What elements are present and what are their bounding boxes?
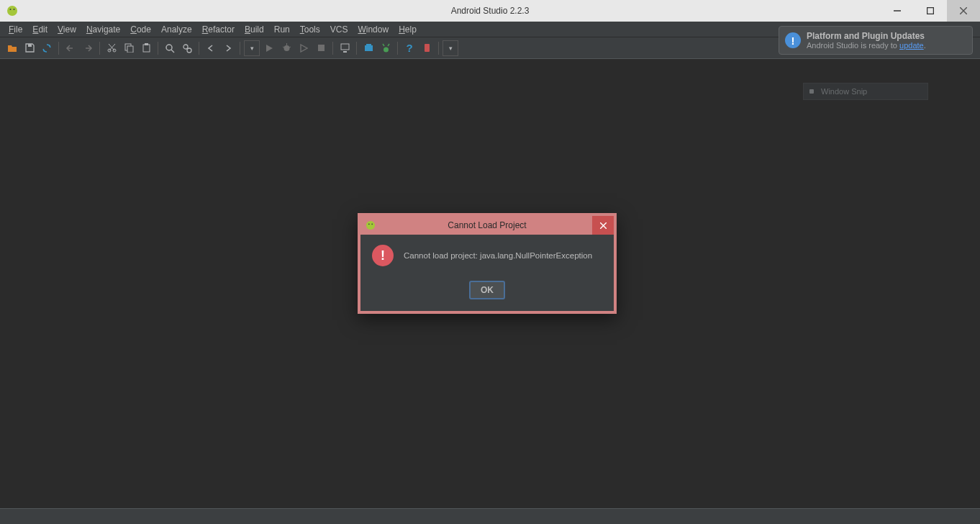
info-icon: !: [785, 32, 801, 48]
svg-point-33: [371, 223, 373, 225]
svg-point-32: [368, 223, 370, 225]
separator: [158, 42, 158, 55]
svg-point-17: [187, 48, 191, 53]
svg-point-1: [10, 9, 12, 10]
notification-text: Android Studio is ready to update.: [807, 41, 965, 50]
snip-dot-icon: [809, 89, 814, 94]
android-studio-icon: [6, 4, 19, 17]
stop-icon[interactable]: [313, 40, 329, 56]
svg-rect-23: [341, 44, 349, 50]
svg-rect-13: [145, 43, 148, 45]
status-bar: [0, 508, 980, 524]
undo-icon[interactable]: [63, 40, 78, 56]
help-icon[interactable]: ?: [401, 40, 417, 56]
avd-manager-icon[interactable]: [337, 40, 353, 56]
find-icon[interactable]: [162, 40, 178, 56]
svg-line-15: [171, 50, 174, 53]
back-icon[interactable]: [203, 40, 219, 56]
ok-button[interactable]: OK: [469, 281, 505, 299]
separator: [99, 42, 100, 55]
svg-point-2: [14, 9, 15, 10]
menu-analyze[interactable]: Analyze: [157, 23, 196, 36]
update-notification[interactable]: ! Platform and Plugin Updates Android St…: [779, 26, 973, 55]
redo-icon[interactable]: [80, 40, 96, 56]
menu-vcs[interactable]: VCS: [326, 23, 353, 36]
close-button[interactable]: [947, 0, 980, 22]
more-dropdown[interactable]: ▾: [443, 40, 458, 56]
svg-rect-24: [343, 51, 347, 53]
android-monitor-icon[interactable]: [378, 40, 394, 56]
separator: [397, 42, 398, 55]
paste-icon[interactable]: [138, 40, 154, 56]
menu-run[interactable]: Run: [270, 23, 294, 36]
svg-point-18: [283, 45, 289, 51]
error-icon: !: [372, 245, 394, 266]
window-snip-tag[interactable]: Window Snip: [803, 83, 928, 100]
menu-tools[interactable]: Tools: [296, 23, 325, 36]
svg-rect-25: [365, 45, 373, 51]
svg-line-20: [283, 47, 284, 48]
replace-icon[interactable]: [179, 40, 195, 56]
save-icon[interactable]: [22, 40, 37, 56]
dialog-title: Cannot Load Project: [448, 220, 526, 230]
sdk-manager-icon[interactable]: [360, 40, 376, 56]
update-link[interactable]: update: [899, 41, 924, 50]
separator: [240, 42, 240, 55]
menu-window[interactable]: Window: [353, 23, 393, 36]
separator: [332, 42, 333, 55]
menu-refactor[interactable]: Refactor: [198, 23, 239, 36]
notification-title: Platform and Plugin Updates: [807, 31, 965, 41]
svg-point-0: [7, 6, 17, 16]
separator: [356, 42, 357, 55]
svg-point-16: [183, 45, 188, 49]
window-title: Android Studio 2.2.3: [451, 6, 530, 16]
menu-edit[interactable]: Edit: [28, 23, 52, 36]
svg-rect-26: [366, 44, 371, 45]
run-config-dropdown[interactable]: ▾: [244, 40, 260, 56]
forward-icon[interactable]: [220, 40, 236, 56]
snip-label: Window Snip: [821, 87, 867, 96]
svg-line-29: [388, 44, 389, 46]
svg-point-14: [166, 45, 172, 50]
dialog-message: Cannot load project: java.lang.NullPoint…: [404, 251, 592, 260]
menu-file[interactable]: File: [4, 23, 27, 36]
menu-help[interactable]: Help: [394, 23, 421, 36]
menu-navigate[interactable]: Navigate: [82, 23, 124, 36]
open-icon[interactable]: [4, 40, 20, 56]
svg-rect-7: [28, 44, 32, 47]
separator: [438, 42, 439, 55]
error-dialog: Cannot Load Project ! Cannot load projec…: [358, 213, 617, 314]
svg-rect-11: [127, 46, 133, 53]
svg-line-28: [383, 44, 384, 46]
android-studio-icon: [365, 220, 376, 231]
cut-icon[interactable]: [104, 40, 119, 56]
svg-rect-22: [318, 45, 325, 51]
svg-rect-12: [143, 45, 150, 52]
separator: [199, 42, 199, 55]
svg-line-21: [289, 47, 291, 48]
dialog-titlebar[interactable]: Cannot Load Project: [360, 216, 614, 235]
run-coverage-icon[interactable]: [296, 40, 312, 56]
dialog-body: ! Cannot load project: java.lang.NullPoi…: [360, 235, 614, 311]
menu-code[interactable]: Code: [126, 23, 155, 36]
separator: [58, 42, 59, 55]
debug-icon[interactable]: [278, 40, 294, 56]
run-icon[interactable]: [261, 40, 277, 56]
svg-rect-30: [425, 44, 430, 52]
sync-icon[interactable]: [39, 40, 55, 56]
minimize-button[interactable]: [881, 0, 914, 22]
attach-debugger-icon[interactable]: [419, 40, 435, 56]
copy-icon[interactable]: [121, 40, 137, 56]
menu-view[interactable]: View: [53, 23, 81, 36]
svg-point-31: [366, 221, 375, 230]
window-titlebar: Android Studio 2.2.3: [0, 0, 980, 22]
svg-point-27: [384, 48, 389, 53]
dialog-close-button[interactable]: [592, 216, 614, 235]
svg-rect-4: [927, 8, 934, 14]
maximize-button[interactable]: [914, 0, 947, 22]
menu-build[interactable]: Build: [240, 23, 268, 36]
window-controls: [881, 0, 980, 22]
